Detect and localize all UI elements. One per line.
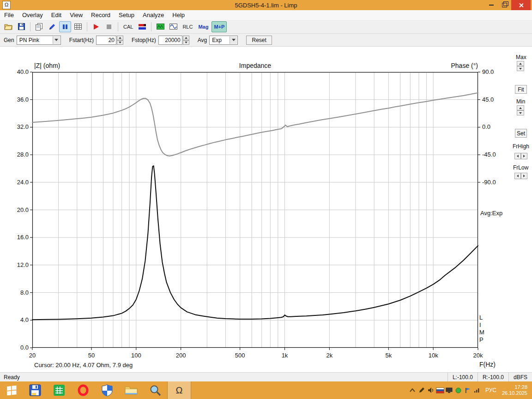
omega-icon: Ω [176,385,183,396]
menu-view[interactable]: View [66,10,87,20]
taskbar-explorer[interactable] [119,381,143,399]
menu-bar: File Overlay Edit View Record Setup Anal… [0,10,532,20]
mag-label: Mag [196,24,210,30]
hidden-icons-chevron[interactable] [408,381,417,399]
menu-analyze[interactable]: Analyze [139,10,168,20]
display-icon[interactable] [445,381,454,399]
max-stepper[interactable] [517,61,524,71]
network-icon[interactable] [472,381,482,399]
blue-flag-icon[interactable] [463,381,472,399]
search-icon [149,384,161,396]
rlc-button[interactable]: RLC [180,21,195,32]
window-title: 5GDSH5-4-1.lim - Limp [0,2,532,9]
spin-up-icon[interactable] [183,36,189,40]
status-text: Ready [0,374,447,381]
antivirus-icon[interactable] [454,381,463,399]
max-up-icon[interactable] [517,61,524,66]
fstart-input[interactable]: 20 [96,36,116,45]
pause-button[interactable] [59,21,71,32]
avg-select[interactable]: Exp [209,36,238,45]
signal-button[interactable] [167,21,179,32]
record-play-icon [93,24,99,30]
menu-record[interactable]: Record [87,10,115,20]
frlow-stepper[interactable] [514,173,527,179]
taskbar-green-grid-app[interactable] [47,381,71,399]
max-down-icon[interactable] [517,66,524,71]
chevron-down-icon[interactable] [230,36,237,44]
save-button[interactable] [15,21,27,32]
taskbar-search[interactable] [143,381,167,399]
min-stepper[interactable] [517,105,524,115]
toolbar: CAL RLC Mag M+P [0,20,532,34]
spin-down-icon[interactable] [183,40,189,45]
minimize-button[interactable] [484,0,498,10]
set-button[interactable]: Set [515,129,527,138]
menu-overlay[interactable]: Overlay [18,10,47,20]
start-button[interactable] [0,381,23,399]
max-label: Max [516,54,526,60]
mag-button[interactable]: Mag [196,21,211,32]
clock[interactable]: 17:28 26.10.2025 [500,384,532,396]
chevron-down-icon[interactable] [53,36,60,44]
generator-type-select[interactable]: PN Pink [17,36,61,45]
stop-button[interactable] [103,21,115,32]
phase-axis-title: Phase (°) [386,62,478,69]
pen-icon [48,23,56,30]
reset-label: Reset [252,37,266,43]
limp-watermark: LIMP [479,314,484,344]
stylus-icon[interactable] [417,381,426,399]
generator-type-value: PN Pink [19,37,39,43]
green-grid-app-icon [53,384,65,396]
menu-edit[interactable]: Edit [47,10,66,20]
title-bar[interactable]: Ω 5GDSH5-4-1.lim - Limp [0,0,532,10]
ru-flag-icon[interactable] [435,381,445,399]
avg-label: Avg [198,37,207,43]
status-bar: Ready L:-100.0 R:-100.0 dBFS [0,372,532,381]
calibrate-button[interactable]: CAL [121,21,135,32]
open-file-button[interactable] [2,21,14,32]
set-label: Set [517,130,525,137]
toolbar-separator [87,22,87,31]
fstart-stepper[interactable] [117,36,123,45]
volume-icon[interactable] [426,381,435,399]
fstop-input[interactable]: 20000 [158,36,182,45]
close-icon [519,3,524,8]
frhigh-right-icon[interactable] [521,153,527,159]
restore-button[interactable] [498,0,511,10]
spin-up-icon[interactable] [117,36,123,40]
frlow-right-icon[interactable] [521,173,527,179]
fstart-value: 20 [109,37,115,43]
fstop-stepper[interactable] [183,36,189,45]
frlow-left-icon[interactable] [514,173,521,179]
table-view-button[interactable] [72,21,84,32]
record-button[interactable] [90,21,102,32]
language-indicator[interactable]: РУС [482,387,500,393]
generator-button[interactable] [154,21,166,32]
min-down-icon[interactable] [517,110,524,115]
edit-button[interactable] [46,21,58,32]
min-up-icon[interactable] [517,105,524,110]
spin-down-icon[interactable] [117,40,123,45]
generator-control-bar: Gen PN Pink Fstart(Hz) 20 Fstop(Hz) 2000… [0,34,532,47]
taskbar-opera[interactable] [71,381,95,399]
level-meter-button[interactable] [136,21,148,32]
date-text: 26.10.2025 [502,390,527,396]
minimize-icon [489,5,494,6]
taskbar-floppy-app[interactable] [23,381,47,399]
menu-help[interactable]: Help [168,10,189,20]
menu-setup[interactable]: Setup [115,10,139,20]
close-button[interactable] [511,0,531,10]
copy-overlay-button[interactable] [33,21,45,32]
mag-phase-button[interactable]: M+P [212,21,227,32]
impedance-plot[interactable] [32,72,478,348]
taskbar-defender[interactable] [95,381,119,399]
menu-file[interactable]: File [0,10,18,20]
f-axis-title: F(Hz) [479,361,496,368]
min-label: Min [516,98,525,105]
frhigh-left-icon[interactable] [514,153,521,159]
fit-button[interactable]: Fit [515,85,527,94]
floppy-app-icon [29,384,41,396]
reset-button[interactable]: Reset [246,36,272,45]
taskbar-limp[interactable]: Ω [167,381,191,399]
frhigh-stepper[interactable] [514,153,527,159]
